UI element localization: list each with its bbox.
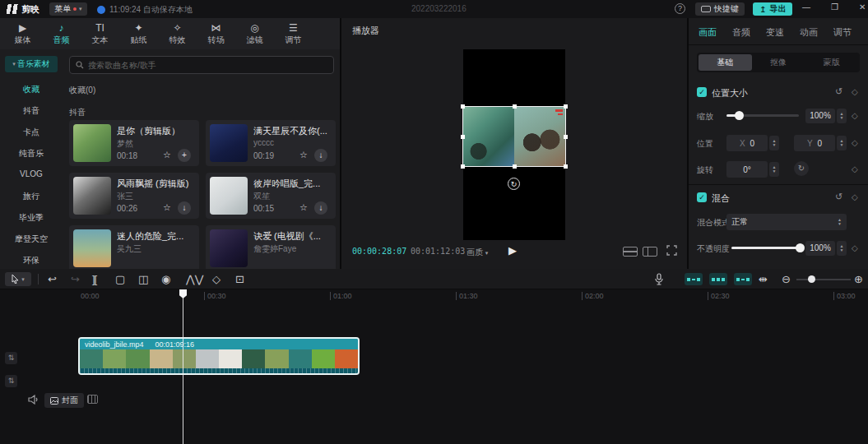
- close-button[interactable]: ✕: [859, 2, 866, 12]
- playhead-line[interactable]: [183, 289, 183, 444]
- rotation-dial-icon[interactable]: ↻: [794, 161, 809, 176]
- keyframe-icon[interactable]: ◇: [852, 87, 858, 96]
- undo-icon[interactable]: ↩: [48, 273, 57, 285]
- scale-slider-handle[interactable]: [735, 111, 744, 120]
- resize-handle[interactable]: [461, 164, 465, 169]
- tab-picture[interactable]: 画面: [699, 26, 717, 39]
- tab-audio-props[interactable]: 音频: [732, 26, 750, 39]
- keyframe-icon[interactable]: ◇: [852, 192, 858, 201]
- preview-axis-icon[interactable]: [709, 273, 727, 285]
- preview-canvas[interactable]: ↻: [463, 49, 565, 240]
- position-y-stepper[interactable]: ▲▼: [837, 136, 847, 150]
- mirror-icon[interactable]: ⋀⋁: [186, 273, 203, 285]
- fullscreen-icon[interactable]: [666, 245, 677, 256]
- tab-transition[interactable]: ⋈ 转场: [197, 18, 235, 49]
- tab-adjust[interactable]: ☰ 调节: [274, 18, 313, 49]
- keyframe-icon[interactable]: ◇: [852, 138, 858, 147]
- speaker-icon[interactable]: [28, 395, 39, 405]
- resize-handle[interactable]: [513, 164, 517, 169]
- tab-sticker[interactable]: ✦ 贴纸: [119, 18, 158, 49]
- music-card[interactable]: 彼岸吟唱版_完... 双笙 00:15 ☆ ↓: [206, 173, 336, 219]
- track-toggle-icon[interactable]: ⇅: [5, 375, 17, 387]
- music-card[interactable]: 满天星辰不及你(... ycccc 00:19 ☆ ↓: [206, 120, 336, 166]
- track-toggle-icon[interactable]: ⇅: [5, 352, 17, 364]
- tab-speed[interactable]: 变速: [766, 26, 784, 39]
- sidebar-item-pure[interactable]: 纯音乐: [0, 148, 63, 160]
- scale-value[interactable]: 100%: [805, 109, 835, 123]
- rotation-stepper[interactable]: ▲▼: [769, 162, 779, 177]
- sidebar-item-douyin[interactable]: 抖音: [0, 105, 63, 117]
- download-button[interactable]: ↓: [178, 201, 191, 215]
- tab-audio[interactable]: ♪ 音频: [42, 18, 81, 49]
- sidebar-item-beats[interactable]: 卡点: [0, 127, 63, 138]
- tab-effects[interactable]: ✧ 特效: [158, 18, 197, 49]
- favorite-star-icon[interactable]: ☆: [163, 202, 171, 213]
- reverse-icon[interactable]: ◉: [161, 273, 170, 285]
- timeline-zoom-handle[interactable]: [808, 275, 815, 283]
- selection-box[interactable]: [462, 106, 566, 167]
- resize-handle[interactable]: [564, 164, 568, 169]
- magnet-snap-icon[interactable]: [685, 273, 703, 285]
- sidebar-item-favorites[interactable]: 收藏: [0, 84, 63, 95]
- cover-button[interactable]: 封面: [44, 393, 84, 408]
- play-button[interactable]: ▶: [508, 244, 517, 257]
- section-checkbox[interactable]: ✓: [697, 192, 707, 202]
- zoom-in-icon[interactable]: ⊕: [854, 273, 863, 285]
- favorite-star-icon[interactable]: ☆: [163, 150, 171, 160]
- menu-button[interactable]: 菜单 ▾: [49, 2, 87, 16]
- favorite-star-icon[interactable]: ☆: [299, 202, 308, 213]
- tab-filter[interactable]: ◎ 滤镜: [235, 18, 274, 49]
- filmstrip-icon[interactable]: [87, 395, 98, 404]
- ratio-button[interactable]: [623, 247, 638, 257]
- rotate-icon[interactable]: ◇: [212, 273, 220, 285]
- sidebar-item-modernsky[interactable]: 摩登天空: [0, 234, 63, 245]
- position-x-stepper[interactable]: ▲▼: [769, 136, 779, 150]
- select-tool-button[interactable]: ▾: [5, 272, 31, 286]
- tab-adjust-props[interactable]: 调节: [833, 26, 852, 39]
- sidebar-item-travel[interactable]: 旅行: [0, 191, 63, 202]
- music-card[interactable]: 迷人的危险_完... 吴九三: [69, 225, 199, 269]
- tab-media[interactable]: ▶ 媒体: [3, 18, 42, 49]
- timeline-ruler[interactable]: 00:00 00:30 01:00 01:30 02:00 02:30 03:0…: [0, 289, 868, 303]
- keyframe-icon[interactable]: ◇: [852, 243, 858, 252]
- timeline-tracks[interactable]: ⇅ ⇅ videolib_jbile.mp4 00:01:09:16: [0, 303, 868, 444]
- delete-icon[interactable]: ▢: [115, 273, 125, 285]
- reset-icon[interactable]: ↺: [835, 86, 842, 97]
- zoom-out-icon[interactable]: ⊖: [782, 273, 791, 285]
- video-clip[interactable]: videolib_jbile.mp4 00:01:09:16: [78, 337, 360, 375]
- crop-icon[interactable]: ⊡: [235, 273, 244, 285]
- subtab-basic[interactable]: 基础: [699, 54, 752, 71]
- export-button[interactable]: ↥ 导出: [753, 2, 792, 16]
- blend-mode-dropdown[interactable]: 正常 ▲▼: [726, 214, 847, 230]
- opacity-value[interactable]: 100%: [805, 241, 835, 256]
- add-to-track-button[interactable]: +: [178, 149, 191, 162]
- expand-tracks-icon[interactable]: ⇹: [759, 273, 768, 285]
- resize-handle[interactable]: [461, 135, 465, 139]
- microphone-icon[interactable]: [654, 273, 664, 285]
- quality-dropdown[interactable]: 画质 ▾: [466, 247, 488, 258]
- resize-handle[interactable]: [461, 104, 465, 109]
- keyframe-icon[interactable]: ◇: [852, 164, 858, 173]
- download-button[interactable]: ↓: [314, 149, 327, 162]
- minimize-button[interactable]: —: [802, 2, 810, 12]
- redo-icon[interactable]: ↪: [71, 273, 80, 285]
- section-checkbox[interactable]: ✓: [697, 87, 707, 97]
- music-card[interactable]: 风雨飘摇 (剪辑版) 张三 00:26 ☆ ↓: [69, 173, 199, 219]
- maximize-button[interactable]: ❐: [831, 2, 838, 12]
- opacity-slider-handle[interactable]: [796, 243, 805, 252]
- help-button[interactable]: ?: [675, 3, 685, 14]
- sidebar-item-graduation[interactable]: 毕业季: [0, 212, 63, 224]
- keyframe-icon[interactable]: ◇: [852, 111, 858, 120]
- resize-handle[interactable]: [564, 104, 568, 109]
- opacity-stepper[interactable]: ▲▼: [837, 241, 847, 256]
- sidebar-group-music[interactable]: ▾ 音乐素材: [5, 56, 58, 72]
- canvas-button[interactable]: [643, 247, 657, 257]
- favorite-star-icon[interactable]: ☆: [299, 150, 308, 160]
- music-card[interactable]: 是你（剪辑版） 梦然 00:18 ☆ +: [69, 120, 199, 166]
- resize-handle[interactable]: [564, 135, 568, 139]
- sidebar-item-vlog[interactable]: VLOG: [0, 169, 63, 178]
- position-x-field[interactable]: X0: [726, 135, 768, 151]
- resize-handle[interactable]: [513, 104, 517, 109]
- rotate-handle-icon[interactable]: ↻: [508, 178, 520, 190]
- subtab-cutout[interactable]: 抠像: [752, 54, 805, 71]
